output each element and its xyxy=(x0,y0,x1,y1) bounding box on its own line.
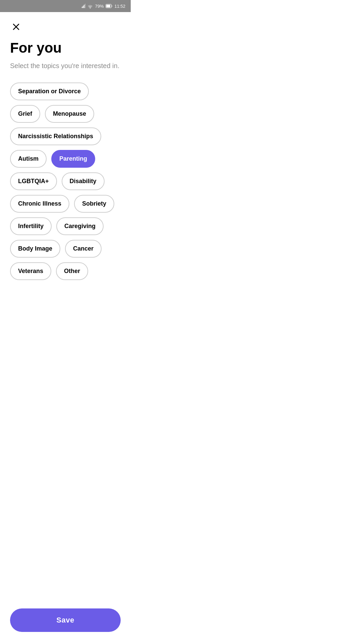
time-display: 11:52 xyxy=(114,4,125,9)
close-icon xyxy=(12,23,20,31)
svg-rect-1 xyxy=(83,6,83,8)
svg-rect-3 xyxy=(85,4,85,8)
page-title: For you xyxy=(10,40,121,56)
tag-sobriety[interactable]: Sobriety xyxy=(74,195,114,213)
svg-rect-5 xyxy=(106,5,110,7)
tag-disability[interactable]: Disability xyxy=(62,172,105,190)
tag-body-image[interactable]: Body Image xyxy=(10,240,60,258)
close-button[interactable] xyxy=(9,20,23,34)
tag-separation-divorce[interactable]: Separation or Divorce xyxy=(10,83,89,100)
tag-parenting[interactable]: Parenting xyxy=(51,150,95,168)
tag-grief[interactable]: Grief xyxy=(10,105,40,123)
tag-infertility[interactable]: Infertility xyxy=(10,217,52,235)
save-button[interactable]: Save xyxy=(10,608,121,632)
battery-percentage: 79% xyxy=(95,4,104,9)
svg-rect-2 xyxy=(84,5,84,8)
battery-icon xyxy=(106,4,112,8)
tag-lgbtqia[interactable]: LGBTQIA+ xyxy=(10,172,57,190)
tag-menopause[interactable]: Menopause xyxy=(45,105,94,123)
tag-narcissistic-relationships[interactable]: Narcissistic Relationships xyxy=(10,127,101,145)
tag-autism[interactable]: Autism xyxy=(10,150,47,168)
main-content: For you Select the topics you're interes… xyxy=(0,34,131,320)
sim-icon xyxy=(81,3,86,9)
wifi-icon xyxy=(87,3,93,9)
status-icons xyxy=(81,3,93,9)
tag-chronic-illness[interactable]: Chronic Illness xyxy=(10,195,69,213)
page-subtitle: Select the topics you're interested in. xyxy=(10,61,121,70)
svg-rect-6 xyxy=(112,5,112,7)
status-bar: 79% 11:52 xyxy=(0,0,131,12)
tag-cancer[interactable]: Cancer xyxy=(65,240,102,258)
tag-caregiving[interactable]: Caregiving xyxy=(56,217,104,235)
save-button-container: Save xyxy=(0,602,131,644)
tags-container: Separation or DivorceGriefMenopauseNarci… xyxy=(10,83,121,280)
svg-rect-0 xyxy=(82,7,82,8)
tag-other[interactable]: Other xyxy=(56,262,88,280)
tag-veterans[interactable]: Veterans xyxy=(10,262,51,280)
